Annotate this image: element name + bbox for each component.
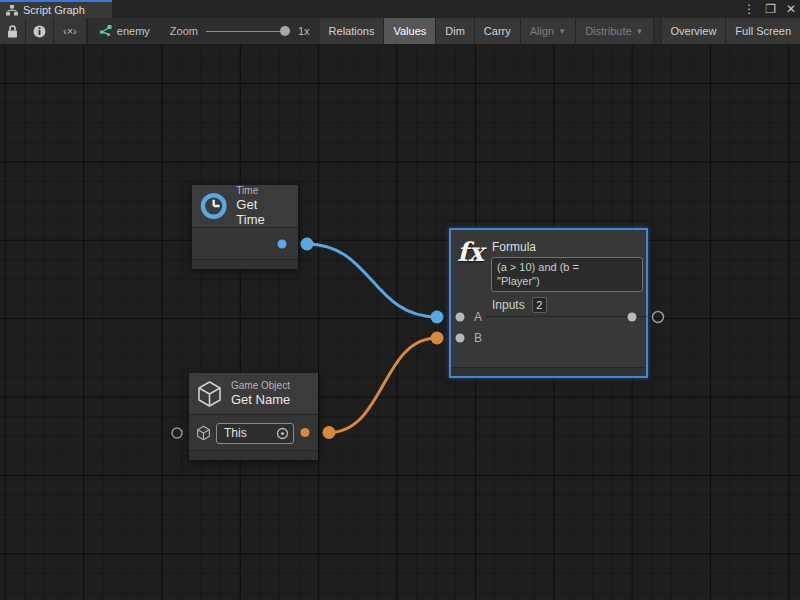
node-category: Time — [236, 185, 288, 197]
code-icon: ‹×› — [63, 25, 77, 37]
chevron-down-icon: ▼ — [558, 27, 566, 36]
node-get-time[interactable]: Time Get Time — [192, 185, 298, 269]
graph-reference[interactable]: enemy — [88, 18, 160, 44]
overview-label: Overview — [671, 25, 717, 37]
game-object-mini-cube-icon — [196, 425, 211, 441]
node-footer — [192, 259, 298, 269]
node-get-name[interactable]: Game Object Get Name This — [189, 373, 318, 460]
connections-overlay — [0, 45, 800, 600]
distribute-label: Distribute — [585, 25, 631, 37]
node-formula[interactable]: fx Formula (a > 10) and (b = "Player") I… — [449, 228, 648, 378]
inputs-count-field[interactable]: 2 — [532, 297, 547, 313]
get-name-target-row: This — [189, 416, 318, 450]
node-title: Get Name — [231, 392, 290, 407]
get-time-titles: Time Get Time — [236, 185, 288, 227]
clock-icon — [199, 191, 228, 221]
window-controls: ⋮ ❐ ✕ — [743, 0, 796, 18]
get-name-header[interactable]: Game Object Get Name — [189, 373, 318, 415]
relations-label: Relations — [329, 25, 375, 37]
graph-toolbar: ‹×› enemy Zoom 1x Relations Values Dim C… — [0, 18, 800, 45]
node-category: Game Object — [231, 380, 290, 392]
formula-expression-input[interactable]: (a > 10) and (b = "Player") — [491, 257, 643, 292]
node-footer — [189, 450, 318, 460]
object-picker-icon[interactable] — [276, 427, 289, 440]
distribute-button[interactable]: Distribute ▼ — [576, 18, 653, 44]
game-object-cube-icon — [196, 380, 223, 408]
title-bar: Script Graph ⋮ ❐ ✕ — [0, 0, 800, 18]
formula-input-a-port[interactable] — [431, 311, 444, 324]
get-name-titles: Game Object Get Name — [231, 380, 290, 407]
relation-line — [486, 316, 647, 317]
values-button[interactable]: Values — [384, 18, 436, 44]
maximize-icon[interactable]: ❐ — [765, 2, 776, 16]
port-b-label: B — [474, 331, 482, 345]
align-label: Align — [530, 25, 554, 37]
inputs-label: Inputs — [492, 298, 525, 312]
graph-hierarchy-icon — [6, 5, 18, 16]
wire-start-dot-orange[interactable] — [323, 426, 336, 439]
info-button[interactable] — [26, 18, 54, 44]
relations-button[interactable]: Relations — [320, 18, 385, 44]
zoom-slider-handle[interactable] — [280, 26, 290, 36]
lock-icon — [7, 25, 18, 38]
script-graph-asset-icon — [98, 25, 112, 38]
align-button[interactable]: Align ▼ — [521, 18, 576, 44]
node-footer — [451, 367, 646, 376]
window-menu-icon[interactable]: ⋮ — [743, 2, 755, 16]
dim-button[interactable]: Dim — [436, 18, 475, 44]
lock-button[interactable] — [0, 18, 26, 44]
toolbar-toggles: Relations Values Dim Carry Align ▼ Distr… — [320, 18, 800, 44]
tab-title: Script Graph — [23, 4, 85, 16]
target-object-value: This — [224, 426, 276, 440]
get-name-target-port-unconnected[interactable] — [172, 428, 182, 438]
zoom-value: 1x — [298, 25, 310, 37]
values-label: Values — [393, 25, 426, 37]
overview-button[interactable]: Overview — [662, 18, 727, 44]
formula-inputs-row: Inputs 2 — [492, 297, 547, 313]
formula-fx-icon: fx — [457, 236, 489, 268]
node-title: Get Time — [236, 197, 288, 227]
zoom-slider-track — [206, 31, 290, 33]
toolbar-separator — [654, 18, 662, 44]
close-icon[interactable]: ✕ — [786, 2, 796, 16]
graph-canvas[interactable]: Time Get Time fx Formula (a > 10) and (b… — [0, 45, 800, 600]
chevron-down-icon: ▼ — [636, 27, 644, 36]
zoom-slider[interactable] — [206, 26, 290, 36]
carry-button[interactable]: Carry — [475, 18, 521, 44]
info-icon — [33, 25, 46, 38]
fullscreen-label: Full Screen — [735, 25, 791, 37]
zoom-label: Zoom — [170, 25, 198, 37]
wire-start-dot-blue[interactable] — [301, 238, 314, 251]
formula-output-port-unconnected[interactable] — [653, 312, 664, 323]
target-object-field[interactable]: This — [216, 423, 294, 444]
zoom-control: Zoom 1x — [160, 18, 320, 44]
port-a-label: A — [474, 310, 482, 324]
graph-name-label: enemy — [117, 25, 150, 37]
get-time-header[interactable]: Time Get Time — [192, 185, 298, 228]
formula-input-b-port[interactable] — [431, 332, 444, 345]
wire-get-name-to-formula-b[interactable] — [329, 338, 437, 433]
wire-get-time-to-formula-a[interactable] — [307, 244, 437, 317]
edit-source-button[interactable]: ‹×› — [54, 18, 87, 44]
dim-label: Dim — [445, 25, 465, 37]
node-title: Formula — [492, 240, 536, 254]
fullscreen-button[interactable]: Full Screen — [726, 18, 800, 44]
carry-label: Carry — [484, 25, 511, 37]
tab-script-graph[interactable]: Script Graph — [0, 0, 112, 18]
